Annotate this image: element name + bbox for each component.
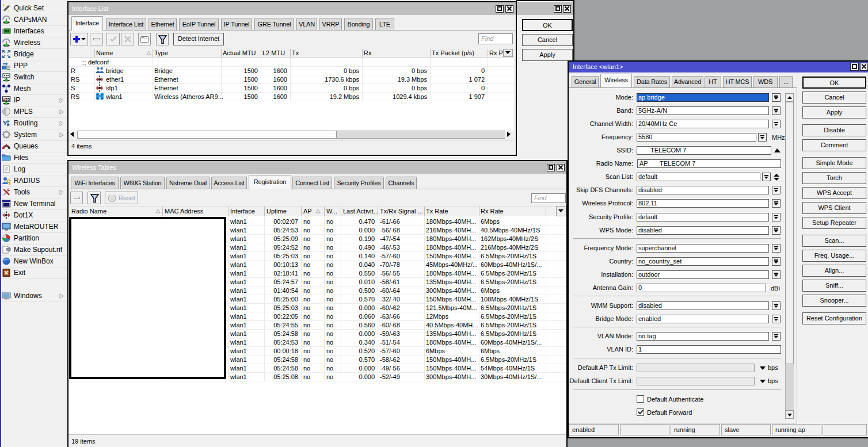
svg-text:255: 255 [3, 97, 10, 101]
